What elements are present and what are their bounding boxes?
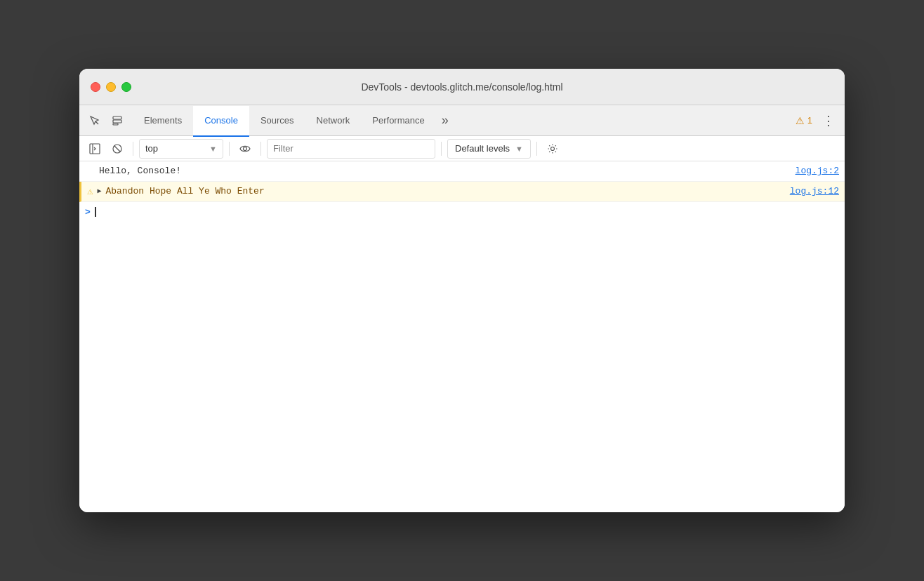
devtools-tabs-bar: Elements Console Sources Network Perform… [79,105,845,136]
filter-input[interactable] [267,139,435,159]
console-toolbar: top ▼ Default levels ▼ [79,136,845,161]
maximize-button[interactable] [121,82,131,92]
console-input-row[interactable]: > [79,202,845,222]
settings-gear-btn[interactable] [543,139,562,159]
toolbar-divider-3 [260,142,261,156]
titlebar: DevTools - devtools.glitch.me/console/lo… [79,69,845,105]
toolbar-divider-4 [441,142,442,156]
console-prompt: > [85,207,91,218]
svg-point-6 [550,147,554,150]
svg-rect-3 [90,144,100,154]
svg-rect-1 [113,120,121,123]
tab-network[interactable]: Network [305,106,362,137]
expand-warning-arrow[interactable]: ▶ [97,185,101,199]
more-menu-btn[interactable]: ⋮ [818,105,839,136]
toolbar-divider-1 [133,142,133,156]
warning-message-source[interactable]: log.js:12 [790,185,839,199]
tab-performance[interactable]: Performance [361,106,435,137]
toolbar-divider-2 [229,142,230,156]
tab-overflow-btn[interactable]: » [436,105,454,136]
levels-dropdown[interactable]: Default levels ▼ [447,139,531,159]
console-area: Hello, Console! log.js:2 ⚠ ▶ Abandon Hop… [79,161,845,512]
warning-message-content: ⚠ ▶ Abandon Hope All Ye Who Enter [87,185,265,199]
traffic-lights [91,82,131,92]
devtools-window: DevTools - devtools.glitch.me/console/lo… [79,69,845,512]
svg-point-5 [244,147,247,150]
log-message-text: Hello, Console! [99,164,181,178]
toolbar-divider-5 [536,142,537,156]
clear-console-btn[interactable] [107,139,127,159]
tab-elements[interactable]: Elements [133,106,193,137]
console-message-warning: ⚠ ▶ Abandon Hope All Ye Who Enter log.js… [79,182,845,202]
sidebar-toggle-btn[interactable] [85,139,105,159]
warning-message-text: Abandon Hope All Ye Who Enter [105,185,264,199]
context-selector[interactable]: top ▼ [139,139,223,159]
tab-sources[interactable]: Sources [249,106,305,137]
tab-console[interactable]: Console [193,106,249,137]
svg-rect-0 [113,116,121,119]
close-button[interactable] [91,82,100,92]
context-arrow-icon: ▼ [209,145,217,153]
warning-triangle-icon: ⚠ [796,115,805,126]
eye-icon-btn[interactable] [235,139,255,159]
console-message-log: Hello, Console! log.js:2 [79,161,845,182]
tab-icons [85,111,127,131]
window-title: DevTools - devtools.glitch.me/console/lo… [361,81,562,93]
warning-badge[interactable]: ⚠ 1 [796,115,812,126]
cursor-icon-btn[interactable] [85,111,105,131]
layers-icon-btn[interactable] [107,111,127,131]
log-message-source[interactable]: log.js:2 [796,164,839,178]
warn-icon: ⚠ [87,185,93,199]
minimize-button[interactable] [106,82,116,92]
svg-rect-2 [113,123,118,125]
log-message-content: Hello, Console! [99,164,181,178]
console-cursor [95,207,96,217]
tab-list: Elements Console Sources Network Perform… [133,105,790,136]
levels-arrow-icon: ▼ [515,145,523,153]
